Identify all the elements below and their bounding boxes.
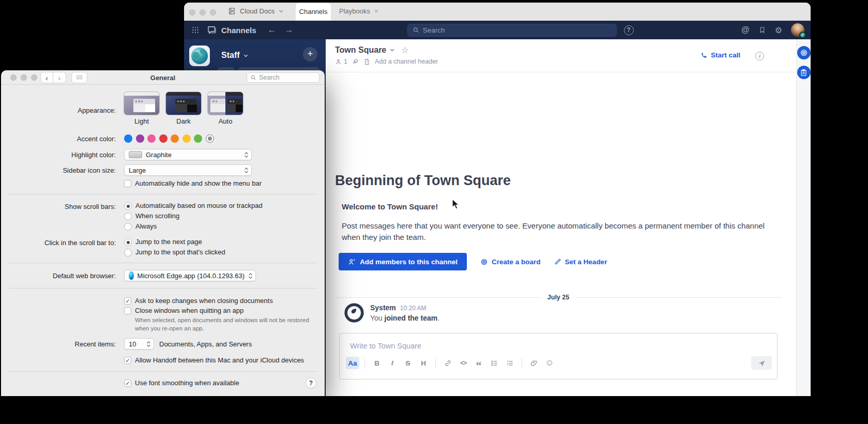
highlight-color-select[interactable]: Graphite bbox=[124, 149, 252, 160]
recent-items-stepper[interactable]: 10 bbox=[124, 338, 154, 350]
app-tab-bar: Cloud Docs Channels Playbooks × bbox=[184, 3, 811, 21]
send-message-button[interactable] bbox=[751, 356, 772, 370]
team-menu[interactable]: Staff bbox=[221, 51, 249, 60]
global-search-box[interactable] bbox=[407, 24, 617, 37]
channel-info-icon[interactable]: i bbox=[755, 52, 764, 60]
saved-posts-icon[interactable] bbox=[758, 26, 766, 34]
history-back-icon[interactable]: ← bbox=[268, 25, 277, 35]
scroll-click-radio-next-page[interactable]: Jump to the next page bbox=[124, 238, 225, 246]
scroll-click-label: Click in the scroll bar to: bbox=[1, 238, 120, 247]
close-windows-checkbox-row[interactable]: Close windows when quitting an app bbox=[124, 307, 313, 314]
italic-button[interactable]: I bbox=[386, 357, 399, 369]
radio-unselected[interactable] bbox=[124, 223, 132, 231]
pinned-posts-icon[interactable] bbox=[352, 58, 359, 65]
server-selector[interactable]: Cloud Docs bbox=[227, 7, 284, 16]
scrollbars-radio-auto[interactable]: Automatically based on mouse or trackpad bbox=[124, 202, 263, 210]
highlight-color-row: Highlight color: Graphite bbox=[1, 149, 325, 160]
history-forward-icon[interactable]: → bbox=[285, 25, 294, 35]
emoji-button[interactable]: ☺ bbox=[543, 357, 556, 369]
scrollbars-label: Show scroll bars: bbox=[1, 202, 120, 210]
chevron-down-icon bbox=[389, 47, 395, 53]
bulleted-list-button[interactable] bbox=[488, 357, 501, 369]
accent-pink[interactable] bbox=[147, 134, 156, 143]
start-call-button[interactable]: Start call bbox=[701, 51, 740, 59]
message-author[interactable]: System bbox=[370, 304, 396, 312]
toolbar-divider bbox=[435, 358, 436, 368]
radio-unselected[interactable] bbox=[124, 249, 132, 256]
search-icon bbox=[250, 74, 256, 81]
bold-button[interactable]: B bbox=[370, 357, 384, 369]
checkbox-checked[interactable]: ✓ bbox=[124, 357, 131, 364]
accent-green[interactable] bbox=[194, 134, 202, 143]
heading-button[interactable]: H bbox=[417, 357, 430, 369]
mentions-icon[interactable]: @ bbox=[741, 25, 750, 35]
accent-graphite-selected[interactable] bbox=[206, 134, 214, 143]
search-input[interactable] bbox=[423, 26, 612, 34]
user-avatar[interactable]: ✓ bbox=[791, 23, 804, 37]
radio-unselected[interactable] bbox=[124, 213, 132, 220]
tab-channels[interactable]: Channels bbox=[296, 3, 331, 21]
radio-selected[interactable] bbox=[124, 238, 132, 246]
close-window-button[interactable] bbox=[189, 9, 195, 16]
font-smoothing-checkbox-row[interactable]: ✓ Use font smoothing when available bbox=[124, 379, 239, 387]
scrollbars-radio-when-scrolling[interactable]: When scrolling bbox=[124, 212, 263, 220]
add-channels-button[interactable]: + bbox=[303, 47, 317, 62]
settings-gear-icon[interactable]: ⚙ bbox=[775, 25, 782, 35]
prefs-titlebar: ‹ › General bbox=[1, 70, 325, 85]
checkbox-unchecked[interactable] bbox=[124, 307, 131, 314]
ask-keep-changes-checkbox-row[interactable]: ✓ Ask to keep changes when closing docum… bbox=[124, 297, 313, 305]
channel-files-icon[interactable] bbox=[363, 58, 370, 65]
accent-red[interactable] bbox=[159, 134, 167, 143]
browser-select[interactable]: Microsoft Edge.app (104.0.1293.63) bbox=[124, 270, 256, 281]
help-button[interactable]: ? bbox=[306, 377, 316, 388]
link-button[interactable] bbox=[441, 357, 454, 369]
checkbox-unchecked[interactable] bbox=[124, 180, 131, 187]
prefs-search-input[interactable] bbox=[259, 74, 316, 81]
help-icon[interactable]: ? bbox=[624, 25, 634, 35]
minimize-window-button[interactable] bbox=[200, 9, 206, 16]
add-channel-header-link[interactable]: Add a channel header bbox=[375, 58, 438, 65]
member-count[interactable]: 1 bbox=[335, 58, 347, 65]
attachment-button[interactable] bbox=[527, 357, 541, 369]
checkbox-checked[interactable]: ✓ bbox=[124, 380, 131, 387]
appearance-option-auto[interactable]: Auto bbox=[208, 92, 243, 125]
playbooks-app-icon[interactable] bbox=[797, 66, 811, 79]
sidebar-icon-size-select[interactable]: Large bbox=[124, 164, 252, 176]
tab-playbooks[interactable]: Playbooks × bbox=[339, 7, 378, 15]
code-button[interactable]: <> bbox=[456, 357, 470, 369]
scroll-click-radio-spot[interactable]: Jump to the spot that's clicked bbox=[124, 248, 225, 256]
radio-selected[interactable] bbox=[124, 202, 132, 210]
products-grid-icon[interactable] bbox=[191, 26, 200, 34]
checkbox-checked[interactable]: ✓ bbox=[124, 297, 131, 305]
accent-yellow[interactable] bbox=[182, 134, 191, 143]
add-members-button[interactable]: Add members to this channel bbox=[339, 253, 467, 270]
date-divider-label[interactable]: July 25 bbox=[541, 294, 575, 301]
favorite-star-icon[interactable]: ☆ bbox=[401, 45, 408, 55]
accent-orange[interactable] bbox=[171, 134, 179, 143]
team-icon[interactable] bbox=[189, 46, 210, 66]
appearance-option-dark[interactable]: Dark bbox=[166, 92, 201, 125]
boards-app-icon[interactable] bbox=[797, 46, 811, 59]
accent-blue[interactable] bbox=[124, 134, 132, 143]
strikethrough-button[interactable]: S bbox=[401, 357, 415, 369]
appearance-option-light[interactable]: Light bbox=[124, 92, 159, 125]
tab-close-icon[interactable]: × bbox=[374, 7, 378, 15]
channel-subheader: 1 Add a channel header bbox=[335, 58, 438, 65]
scrollbars-radio-always[interactable]: Always bbox=[124, 222, 263, 231]
scrollbars-row: Show scroll bars: Automatically based on… bbox=[1, 202, 325, 233]
channel-intro-heading: Beginning of Town Square bbox=[335, 173, 511, 189]
accent-purple[interactable] bbox=[136, 134, 144, 143]
format-toggle-button[interactable]: Aa bbox=[346, 357, 359, 369]
channel-name-menu[interactable]: Town Square ☆ bbox=[335, 45, 409, 55]
message-input[interactable] bbox=[340, 334, 777, 353]
handoff-checkbox-row[interactable]: ✓ Allow Handoff between this Mac and you… bbox=[124, 356, 304, 364]
menubar-checkbox-row[interactable]: Automatically hide and show the menu bar bbox=[124, 179, 262, 187]
browser-row: Default web browser: Microsoft Edge.app … bbox=[1, 270, 325, 281]
appearance-dark-label: Dark bbox=[166, 117, 201, 125]
prefs-search-field[interactable] bbox=[247, 72, 319, 83]
create-board-button[interactable]: Create a board bbox=[480, 258, 541, 266]
quote-button[interactable]: “ bbox=[472, 357, 485, 369]
set-header-button[interactable]: Set a Header bbox=[554, 258, 607, 266]
zoom-window-button[interactable] bbox=[210, 9, 216, 16]
numbered-list-button[interactable] bbox=[503, 357, 516, 369]
